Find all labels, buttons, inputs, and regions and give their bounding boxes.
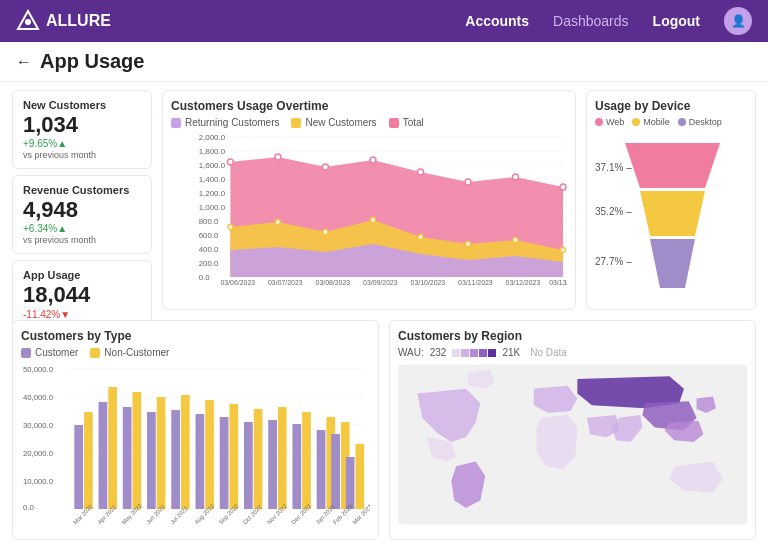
- svg-point-30: [370, 157, 376, 163]
- map-legend-bar: [452, 349, 496, 357]
- svg-rect-83: [244, 422, 253, 509]
- customers-by-type-legend: Customer Non-Customer: [21, 347, 370, 358]
- metrics-panel: New Customers 1,034 +9.65%▲ vs previous …: [12, 90, 152, 310]
- svg-point-27: [227, 159, 233, 165]
- svg-rect-72: [108, 387, 117, 509]
- svg-text:03/10/2023: 03/10/2023: [411, 279, 446, 286]
- svg-text:20,000.0: 20,000.0: [23, 449, 54, 458]
- svg-point-40: [466, 242, 471, 247]
- metric-revenue-customers: Revenue Customers 4,948 +6.34%▲ vs previ…: [12, 175, 152, 254]
- metric-revenue-sub: vs previous month: [23, 235, 141, 245]
- map-seg-5: [488, 349, 496, 357]
- svg-text:03/13/2023: 03/13/2023: [549, 279, 567, 286]
- metric-new-customers: New Customers 1,034 +9.65%▲ vs previous …: [12, 90, 152, 169]
- customers-by-type-svg: 50,000.0 40,000.0 30,000.0 20,000.0 10,0…: [21, 362, 370, 527]
- svg-point-35: [228, 225, 233, 230]
- svg-rect-87: [292, 424, 301, 509]
- svg-rect-84: [254, 409, 263, 509]
- overtime-chart-svg: 2,000.0 1,800.0 1,600.0 1,400.0 1,200.0 …: [171, 132, 567, 287]
- user-avatar[interactable]: 👤: [724, 7, 752, 35]
- svg-text:0.0: 0.0: [199, 273, 211, 282]
- nav-dashboards[interactable]: Dashboards: [553, 13, 629, 29]
- bottom-row: Customers by Type Customer Non-Customer …: [12, 320, 756, 540]
- metric-revenue-title: Revenue Customers: [23, 184, 141, 196]
- svg-text:1,800.0: 1,800.0: [199, 147, 226, 156]
- legend-mobile-label: Mobile: [643, 117, 670, 127]
- map-seg-4: [479, 349, 487, 357]
- svg-point-29: [322, 164, 328, 170]
- wau-label: WAU:: [398, 347, 424, 358]
- map-seg-3: [470, 349, 478, 357]
- page: ← App Usage New Customers 1,034 +9.65%▲ …: [0, 42, 768, 544]
- legend-total-label: Total: [403, 117, 424, 128]
- svg-point-42: [561, 248, 566, 253]
- svg-rect-85: [268, 420, 277, 509]
- svg-point-38: [370, 218, 375, 223]
- svg-text:1,400.0: 1,400.0: [199, 175, 226, 184]
- header-nav: Accounts Dashboards Logout 👤: [465, 7, 752, 35]
- device-panel: Usage by Device Web Mobile Desktop: [586, 90, 756, 310]
- device-chart-title: Usage by Device: [595, 99, 747, 113]
- overtime-chart-legend: Returning Customers New Customers Total: [171, 117, 567, 128]
- svg-rect-82: [229, 404, 238, 509]
- svg-text:600.0: 600.0: [199, 231, 219, 240]
- logo-text: ALLURE: [46, 12, 111, 30]
- svg-point-32: [465, 179, 471, 185]
- svg-rect-80: [205, 400, 214, 509]
- page-title: App Usage: [40, 50, 144, 73]
- svg-point-31: [418, 169, 424, 175]
- svg-rect-94: [355, 444, 364, 509]
- svg-text:50,000.0: 50,000.0: [23, 365, 54, 374]
- svg-text:27.7% –: 27.7% –: [595, 256, 632, 267]
- svg-rect-86: [278, 407, 287, 509]
- svg-point-28: [275, 154, 281, 160]
- customers-by-type-title: Customers by Type: [21, 329, 370, 343]
- metric-revenue-value: 4,948: [23, 198, 141, 222]
- legend-non-customer-dot: [90, 348, 100, 358]
- customers-by-region-panel: Customers by Region WAU: 232 21K No Data: [389, 320, 756, 540]
- svg-rect-89: [317, 430, 326, 509]
- legend-returning-dot: [171, 118, 181, 128]
- legend-21k: 21K: [502, 347, 520, 358]
- svg-text:03/07/2023: 03/07/2023: [268, 279, 303, 286]
- legend-non-customer: Non-Customer: [90, 347, 169, 358]
- top-row: New Customers 1,034 +9.65%▲ vs previous …: [12, 90, 756, 310]
- svg-rect-74: [132, 392, 141, 509]
- svg-point-37: [323, 230, 328, 235]
- svg-point-36: [275, 220, 280, 225]
- legend-returning-label: Returning Customers: [185, 117, 279, 128]
- metric-revenue-change: +6.34%▲: [23, 223, 141, 234]
- svg-marker-51: [625, 143, 720, 188]
- funnel-svg: 37.1% – 35.2% – 27.7% –: [595, 133, 750, 308]
- legend-web: Web: [595, 117, 624, 127]
- legend-nodata: No Data: [530, 347, 567, 358]
- svg-rect-79: [196, 414, 205, 509]
- metric-new-customers-title: New Customers: [23, 99, 141, 111]
- legend-customer-dot: [21, 348, 31, 358]
- svg-rect-73: [123, 407, 132, 509]
- region-map-svg: [398, 362, 747, 527]
- svg-rect-70: [84, 412, 93, 509]
- legend-new: New Customers: [291, 117, 376, 128]
- svg-point-34: [560, 184, 566, 190]
- legend-web-label: Web: [606, 117, 624, 127]
- title-bar: ← App Usage: [0, 42, 768, 82]
- back-button[interactable]: ←: [16, 53, 32, 71]
- legend-mobile: Mobile: [632, 117, 670, 127]
- legend-web-dot: [595, 118, 603, 126]
- svg-text:800.0: 800.0: [199, 217, 219, 226]
- metric-app-usage-change: -11.42%▼: [23, 309, 141, 320]
- svg-text:30,000.0: 30,000.0: [23, 421, 54, 430]
- svg-text:03/08/2023: 03/08/2023: [316, 279, 351, 286]
- svg-point-41: [513, 238, 518, 243]
- svg-text:40,000.0: 40,000.0: [23, 393, 54, 402]
- svg-marker-53: [650, 239, 695, 288]
- svg-rect-77: [171, 410, 180, 509]
- overtime-chart-panel: Customers Usage Overtime Returning Custo…: [162, 90, 576, 310]
- nav-logout[interactable]: Logout: [653, 13, 700, 29]
- nav-accounts[interactable]: Accounts: [465, 13, 529, 29]
- svg-text:1,000.0: 1,000.0: [199, 203, 226, 212]
- legend-customer: Customer: [21, 347, 78, 358]
- svg-rect-81: [220, 417, 229, 509]
- metric-new-customers-change: +9.65%▲: [23, 138, 141, 149]
